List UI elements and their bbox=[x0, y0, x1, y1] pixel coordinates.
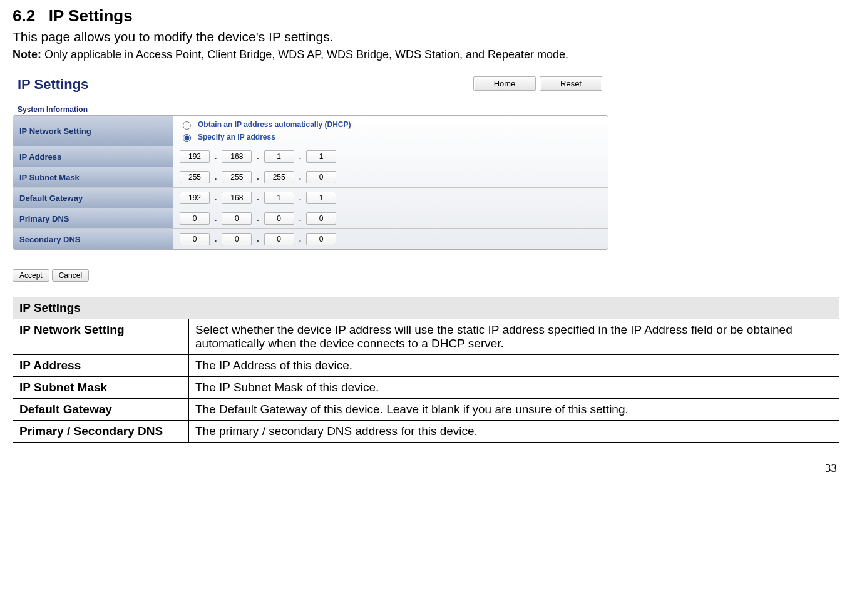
label-ip-network-setting: IP Network Setting bbox=[13, 116, 173, 146]
description-table: IP Settings IP Network Setting Select wh… bbox=[13, 297, 839, 443]
table-row: IP Subnet Mask The IP Subnet Mask of thi… bbox=[13, 377, 839, 399]
dot: . bbox=[299, 152, 301, 161]
reset-button[interactable]: Reset bbox=[540, 76, 602, 91]
dot: . bbox=[215, 214, 217, 223]
pdns-octet-2[interactable] bbox=[222, 212, 252, 225]
dot: . bbox=[257, 235, 259, 244]
label-ip-address: IP Address bbox=[13, 146, 173, 167]
subnet-octet-2[interactable] bbox=[222, 171, 252, 183]
row-gateway: Default Gateway . . . bbox=[13, 187, 608, 208]
gateway-octet-1[interactable] bbox=[180, 192, 210, 204]
screenshot-header: IP Settings Home Reset bbox=[13, 74, 607, 98]
ip-address-octet-3[interactable] bbox=[264, 150, 294, 163]
dot: . bbox=[257, 214, 259, 223]
dot: . bbox=[215, 152, 217, 161]
desc-key: Default Gateway bbox=[13, 399, 189, 421]
subnet-octet-3[interactable] bbox=[264, 171, 294, 183]
section-note: Note: Only applicable in Access Point, C… bbox=[13, 48, 839, 61]
ip-address-octet-2[interactable] bbox=[222, 150, 252, 163]
table-row: IP Address The IP Address of this device… bbox=[13, 355, 839, 377]
table-row: IP Network Setting Select whether the de… bbox=[13, 319, 839, 355]
dot: . bbox=[299, 173, 301, 182]
section-intro: This page allows you to modify the devic… bbox=[13, 29, 839, 44]
gateway-octet-2[interactable] bbox=[222, 192, 252, 204]
label-secondary-dns: Secondary DNS bbox=[13, 229, 173, 249]
system-information-heading: System Information bbox=[14, 104, 606, 115]
radio-static-label: Specify an IP address bbox=[198, 133, 275, 141]
ip-address-octet-4[interactable] bbox=[306, 150, 336, 163]
cancel-button[interactable]: Cancel bbox=[52, 269, 89, 282]
label-subnet: IP Subnet Mask bbox=[13, 167, 173, 187]
accept-button[interactable]: Accept bbox=[13, 269, 49, 282]
table-row: Default Gateway The Default Gateway of t… bbox=[13, 399, 839, 421]
pdns-octet-1[interactable] bbox=[180, 212, 210, 225]
dot: . bbox=[215, 173, 217, 182]
pdns-octet-3[interactable] bbox=[264, 212, 294, 225]
screenshot-footer: Accept Cancel bbox=[13, 267, 607, 284]
desc-key: IP Network Setting bbox=[13, 319, 189, 355]
desc-key: IP Address bbox=[13, 355, 189, 377]
table-row: Primary / Secondary DNS The primary / se… bbox=[13, 421, 839, 443]
radio-dhcp[interactable]: Obtain an IP address automatically (DHCP… bbox=[180, 120, 351, 130]
radio-static[interactable]: Specify an IP address bbox=[180, 132, 351, 142]
ip-settings-screenshot: IP Settings Home Reset System Informatio… bbox=[13, 74, 607, 284]
section-title-text: IP Settings bbox=[49, 6, 133, 25]
desc-value: Select whether the device IP address wil… bbox=[189, 319, 839, 355]
section-number: 6.2 bbox=[13, 6, 35, 25]
note-text: Only applicable in Access Point, Client … bbox=[41, 48, 568, 61]
row-secondary-dns: Secondary DNS . . . bbox=[13, 228, 608, 249]
subnet-octet-1[interactable] bbox=[180, 171, 210, 183]
dot: . bbox=[257, 152, 259, 161]
dot: . bbox=[257, 193, 259, 202]
row-primary-dns: Primary DNS . . . bbox=[13, 208, 608, 228]
sdns-octet-3[interactable] bbox=[264, 233, 294, 245]
label-gateway: Default Gateway bbox=[13, 188, 173, 208]
desc-value: The IP Subnet Mask of this device. bbox=[189, 377, 839, 399]
desc-value: The IP Address of this device. bbox=[189, 355, 839, 377]
subnet-octet-4[interactable] bbox=[306, 171, 336, 183]
home-button[interactable]: Home bbox=[473, 76, 536, 91]
desc-key: Primary / Secondary DNS bbox=[13, 421, 189, 443]
row-ip-network-setting: IP Network Setting Obtain an IP address … bbox=[13, 116, 608, 146]
row-subnet: IP Subnet Mask . . . bbox=[13, 167, 608, 187]
dot: . bbox=[257, 173, 259, 182]
pdns-octet-4[interactable] bbox=[306, 212, 336, 225]
panel-buttons: Home Reset bbox=[473, 76, 602, 91]
gateway-octet-3[interactable] bbox=[264, 192, 294, 204]
page-number: 33 bbox=[13, 461, 839, 475]
sdns-octet-4[interactable] bbox=[306, 233, 336, 245]
dot: . bbox=[215, 193, 217, 202]
note-label: Note: bbox=[13, 48, 41, 61]
ip-address-octet-1[interactable] bbox=[180, 150, 210, 163]
dot: . bbox=[299, 193, 301, 202]
radio-static-input[interactable] bbox=[183, 134, 191, 142]
divider bbox=[13, 255, 607, 255]
label-primary-dns: Primary DNS bbox=[13, 208, 173, 228]
sdns-octet-2[interactable] bbox=[222, 233, 252, 245]
desc-key: IP Subnet Mask bbox=[13, 377, 189, 399]
desc-value: The primary / secondary DNS address for … bbox=[189, 421, 839, 443]
dot: . bbox=[299, 235, 301, 244]
config-table: IP Network Setting Obtain an IP address … bbox=[13, 115, 608, 250]
section-heading: 6.2 IP Settings bbox=[13, 6, 839, 26]
gateway-octet-4[interactable] bbox=[306, 192, 336, 204]
dot: . bbox=[215, 235, 217, 244]
dot: . bbox=[299, 214, 301, 223]
radio-dhcp-input[interactable] bbox=[183, 121, 191, 130]
description-header: IP Settings bbox=[13, 297, 839, 319]
desc-value: The Default Gateway of this device. Leav… bbox=[189, 399, 839, 421]
sdns-octet-1[interactable] bbox=[180, 233, 210, 245]
panel-title: IP Settings bbox=[18, 76, 88, 93]
row-ip-address: IP Address . . . bbox=[13, 146, 608, 167]
radio-dhcp-label: Obtain an IP address automatically (DHCP… bbox=[198, 120, 351, 129]
